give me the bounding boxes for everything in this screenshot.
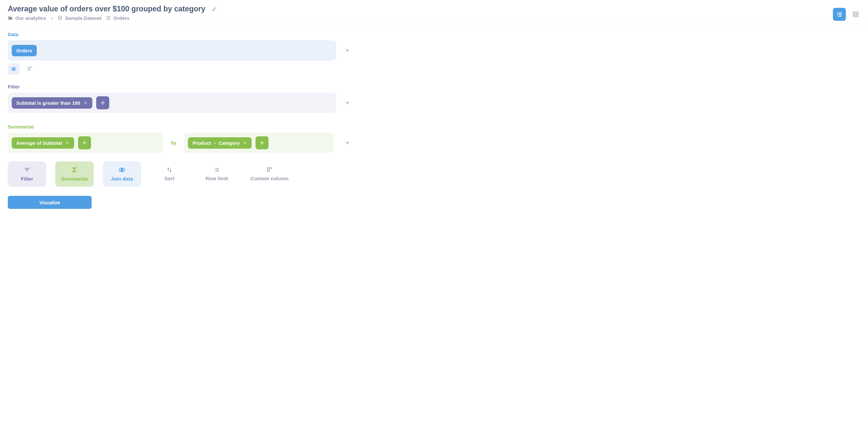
visualize-button[interactable]: Visualize — [8, 196, 92, 209]
join-icon-tile[interactable] — [8, 63, 20, 75]
section-label-data: Data — [8, 32, 860, 37]
breakout-label: Product → Category — [192, 140, 240, 146]
breadcrumb-database-label: Sample Dataset — [65, 15, 101, 21]
breadcrumb-collection[interactable]: Our analytics — [8, 15, 46, 21]
sort-step-button[interactable]: Sort — [150, 161, 189, 187]
data-well: Orders — [8, 40, 336, 60]
summarize-well: Average of Subtotal by Product → Cat — [8, 133, 336, 153]
svg-rect-1 — [855, 13, 857, 16]
breakout-pill[interactable]: Product → Category — [188, 137, 252, 149]
remove-breakout-button[interactable] — [243, 141, 247, 145]
data-source-label: Orders — [16, 48, 32, 53]
plus-icon — [99, 99, 106, 106]
close-icon — [84, 101, 88, 105]
list-icon — [214, 167, 220, 173]
data-source-pill[interactable]: Orders — [12, 45, 37, 56]
header-left: Average value of orders over $100 groupe… — [8, 5, 217, 21]
page-title: Average value of orders over $100 groupe… — [8, 5, 206, 13]
join-step-button[interactable]: Join data — [103, 161, 141, 187]
breadcrumb-separator: ● — [51, 16, 53, 21]
breadcrumb-table-label: Orders — [114, 15, 129, 21]
preview-summarize-button[interactable] — [345, 140, 350, 146]
summarize-step-row: Average of Subtotal by Product → Cat — [8, 133, 860, 153]
visualize-label: Visualize — [39, 200, 60, 205]
filter-pill[interactable]: Subtotal is greater than 100 — [12, 97, 92, 109]
expand-icon — [852, 11, 859, 18]
close-icon — [65, 141, 69, 145]
row-limit-step-label: Row limit — [206, 176, 228, 181]
breakout-well: Product → Category — [184, 133, 334, 153]
custom-column-step-label: Custom column — [250, 176, 288, 181]
plus-icon — [259, 140, 265, 146]
breadcrumb: Our analytics ● Sample Dataset Orders — [8, 15, 217, 21]
filter-icon — [23, 166, 31, 173]
breadcrumb-database[interactable]: Sample Dataset — [58, 15, 101, 21]
aggregation-well: Average of Subtotal — [8, 133, 163, 153]
join-step-label: Join data — [111, 176, 133, 182]
summarize-step-label: Summarize — [61, 176, 88, 182]
grid-plus-icon — [266, 167, 273, 173]
add-filter-button[interactable] — [96, 96, 109, 109]
breadcrumb-table[interactable]: Orders — [106, 15, 129, 21]
data-sub-actions — [8, 63, 860, 75]
preview-filter-button[interactable] — [345, 100, 350, 106]
by-label: by — [163, 140, 184, 145]
sort-step-label: Sort — [164, 176, 175, 181]
step-toolbar: Filter Summarize Join data Sort Row limi… — [8, 161, 860, 187]
aggregation-pill[interactable]: Average of Subtotal — [12, 137, 74, 149]
breadcrumb-collection-label: Our analytics — [15, 15, 46, 21]
data-step-row: Orders — [8, 40, 860, 60]
folder-icon — [8, 16, 13, 21]
filter-step-button[interactable]: Filter — [8, 161, 46, 187]
table-icon — [106, 16, 111, 21]
grid-plus-icon — [27, 66, 33, 72]
filter-step-row: Subtotal is greater than 100 — [8, 93, 860, 113]
filter-step-label: Filter — [21, 176, 33, 182]
filter-well: Subtotal is greater than 100 — [8, 93, 336, 113]
add-aggregation-button[interactable] — [78, 136, 91, 149]
custom-column-step-button[interactable]: Custom column — [245, 161, 294, 187]
row-limit-step-button[interactable]: Row limit — [198, 161, 236, 187]
join-icon — [11, 66, 17, 72]
database-icon — [58, 16, 62, 21]
add-breakout-button[interactable] — [255, 136, 269, 149]
remove-aggregation-button[interactable] — [65, 141, 69, 145]
plus-icon — [81, 140, 88, 146]
section-label-filter: Filter — [8, 84, 860, 89]
summarize-step-button[interactable]: Summarize — [55, 161, 94, 187]
edit-title-icon[interactable] — [211, 6, 217, 12]
query-builder: Data Orders Filter Subtotal is greater t… — [0, 24, 868, 219]
aggregation-label: Average of Subtotal — [16, 140, 62, 146]
title-row: Average value of orders over $100 groupe… — [8, 5, 217, 13]
page-header: Average value of orders over $100 groupe… — [0, 0, 868, 24]
join-icon — [118, 166, 125, 173]
editor-toggle-button[interactable] — [833, 8, 846, 21]
svg-rect-0 — [854, 12, 858, 17]
custom-column-icon-tile[interactable] — [24, 63, 36, 75]
close-icon — [243, 141, 247, 145]
section-label-summarize: Summarize — [8, 124, 860, 129]
expand-button[interactable] — [851, 10, 860, 19]
sort-icon — [166, 167, 173, 173]
notebook-icon — [836, 11, 843, 18]
header-right — [833, 5, 860, 21]
filter-pill-label: Subtotal is greater than 100 — [16, 100, 80, 106]
preview-data-button[interactable] — [345, 48, 350, 53]
remove-filter-button[interactable] — [84, 101, 88, 105]
sigma-icon — [71, 166, 78, 173]
